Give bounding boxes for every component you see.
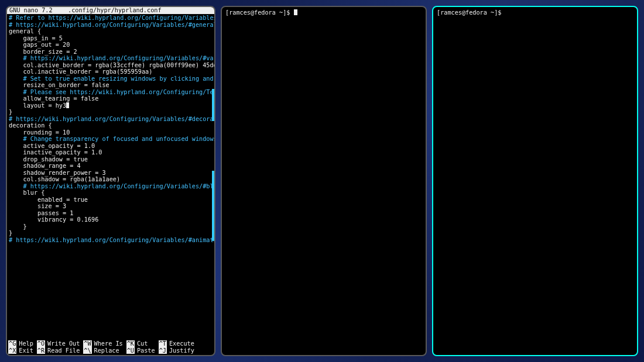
editor-text: # Refer to https://wiki.hyprland.org/Con… (9, 15, 214, 21)
editor-line[interactable]: gaps_in = 5 (9, 35, 213, 42)
nano-shortcut-bar: ^GHelp^OWrite Out^WWhere Is^KCut^TExecut… (7, 340, 214, 355)
shortcut-label: Justify (169, 347, 194, 354)
editor-text: } (9, 109, 12, 115)
editor-text: drop_shadow = true (9, 156, 88, 163)
shortcut-label: Where Is (94, 340, 123, 347)
shortcut-item: ^UPaste (126, 347, 155, 354)
shortcut-item: ^OWrite Out (37, 340, 80, 347)
shortcut-item: ^KCut (126, 340, 155, 347)
shortcut-item: ^GHelp (8, 340, 33, 347)
shortcut-item: ^XExit (8, 347, 33, 354)
editor-line[interactable]: border_size = 2 (9, 49, 213, 56)
prompt-text: [ramces@fedora ~]$ (437, 9, 505, 16)
editor-line[interactable]: passes = 1 (9, 210, 213, 217)
editor-line[interactable]: # https://wiki.hyprland.org/Configuring/… (9, 22, 213, 29)
shortcut-label: Write Out (47, 340, 80, 347)
shortcut-label: Replace (94, 347, 119, 354)
scroll-indicator (212, 171, 214, 241)
shortcut-item: ^WWhere Is (83, 340, 122, 347)
shortcut-item: ^RRead File (37, 347, 80, 354)
editor-text: resize_on_border = false (9, 82, 109, 88)
editor-text: # https://wiki.hyprland.org/Configuring/… (9, 22, 214, 28)
terminal-cursor (294, 9, 297, 15)
editor-text: blur { (9, 189, 44, 196)
editor-text: # https://wiki.hyprland.org/Configuring/… (9, 183, 214, 189)
editor-text: gaps_out = 20 (9, 42, 70, 48)
editor-line[interactable]: shadow_range = 4 (9, 163, 213, 170)
editor-line[interactable]: # https://wiki.hyprland.org/Configuring/… (9, 116, 213, 123)
editor-line[interactable]: size = 3 (9, 203, 213, 210)
editor-line[interactable]: } (9, 109, 213, 116)
editor-line[interactable]: # https://wiki.hyprland.org/Configuring/… (9, 237, 213, 244)
editor-text: col.active_border = rgba(33ccffee) rgba(… (9, 62, 214, 68)
shortcut-key: ^X (8, 347, 16, 354)
editor-line[interactable]: vibrancy = 0.1696 (9, 216, 213, 223)
shortcut-item: ^\Replace (83, 347, 122, 354)
editor-line[interactable]: col.shadow = rgba(1a1a1aee) (9, 176, 213, 183)
shortcut-key: ^W (83, 340, 91, 347)
editor-text: # https://wiki.hyprland.org/Configuring/… (9, 237, 214, 243)
shortcut-key: ^J (159, 347, 167, 354)
editor-line[interactable]: enabled = true (9, 196, 213, 204)
editor-line[interactable]: allow_tearing = false (9, 95, 213, 102)
shortcut-item (198, 340, 213, 347)
terminal-prompt-line[interactable]: [ramces@fedora ~]$ (433, 7, 637, 18)
shortcut-key: ^K (126, 340, 135, 347)
editor-line[interactable]: rounding = 10 (9, 129, 213, 136)
editor-line[interactable]: decoration { (9, 122, 213, 129)
terminal-prompt-line[interactable]: [ramces@fedora ~]$ (222, 7, 426, 18)
shortcut-key: ^O (37, 340, 45, 347)
shortcut-key: ^\ (83, 347, 91, 354)
editor-line[interactable]: layout = hy3 (9, 102, 213, 109)
editor-line[interactable]: } (9, 223, 213, 230)
editor-text: # Change transparency of focused and unf… (9, 136, 214, 142)
shortcut-item: ^TExecute (159, 340, 194, 347)
editor-line[interactable]: # https://wiki.hyprland.org/Configuring/… (9, 183, 213, 190)
editor-text: allow_tearing = false (9, 95, 98, 102)
editor-line[interactable]: drop_shadow = true (9, 156, 213, 163)
editor-text: active_opacity = 1.0 (9, 143, 95, 149)
scroll-indicator (212, 89, 214, 121)
prompt-text: [ramces@fedora ~]$ (225, 9, 294, 16)
shortcut-key: ^R (37, 347, 45, 354)
shortcut-label: Help (19, 340, 33, 347)
editor-line[interactable]: col.inactive_border = rgba(595959aa) (9, 68, 213, 75)
editor-line[interactable]: # https://wiki.hyprland.org/Configuring/… (9, 55, 213, 62)
editor-text: inactive_opacity = 1.0 (9, 149, 102, 156)
shortcut-label: Paste (137, 347, 155, 354)
editor-line[interactable]: active_opacity = 1.0 (9, 143, 213, 150)
terminal-window-middle[interactable]: [ramces@fedora ~]$ (221, 6, 427, 356)
editor-text: general { (9, 28, 41, 35)
editor-line[interactable]: shadow_render_power = 3 (9, 170, 213, 177)
editor-line[interactable]: gaps_out = 20 (9, 42, 213, 49)
editor-line[interactable]: general { (9, 28, 213, 35)
editor-line[interactable]: # Set to true enable resizing windows by… (9, 75, 213, 82)
editor-cursor (66, 102, 69, 108)
nano-header: GNU nano 7.2 .config/hypr/hyprland.conf (7, 7, 214, 14)
shortcut-key: ^G (8, 340, 16, 347)
nano-editor[interactable]: GNU nano 7.2 .config/hypr/hyprland.conf … (7, 7, 214, 355)
editor-line[interactable]: # Refer to https://wiki.hyprland.org/Con… (9, 15, 213, 22)
editor-text: layout = hy3 (9, 102, 66, 109)
editor-line[interactable]: inactive_opacity = 1.0 (9, 149, 213, 156)
nano-editor-window[interactable]: GNU nano 7.2 .config/hypr/hyprland.conf … (6, 6, 215, 356)
shortcut-label: Execute (169, 340, 194, 347)
nano-file-path: .config/hypr/hyprland.conf (18, 7, 212, 14)
editor-text: shadow_range = 4 (9, 163, 81, 169)
terminal-window-right[interactable]: [ramces@fedora ~]$ (432, 6, 638, 356)
editor-text: vibrancy = 0.1696 (9, 216, 98, 223)
nano-text-area[interactable]: # Refer to https://wiki.hyprland.org/Con… (7, 14, 214, 340)
shortcut-label: Cut (137, 340, 148, 347)
editor-line[interactable]: # Please see https://wiki.hyprland.org/C… (9, 89, 213, 96)
editor-text: decoration { (9, 122, 52, 129)
shortcut-item (198, 347, 213, 354)
editor-line[interactable]: col.active_border = rgba(33ccffee) rgba(… (9, 62, 213, 69)
editor-line[interactable]: blur { (9, 189, 213, 196)
editor-text: } (9, 223, 27, 230)
editor-line[interactable]: } (9, 230, 213, 237)
editor-line[interactable]: resize_on_border = false (9, 82, 213, 89)
shortcut-item: ^JJustify (159, 347, 194, 354)
editor-line[interactable]: # Change transparency of focused and unf… (9, 136, 213, 143)
editor-text: # Please see https://wiki.hyprland.org/C… (9, 89, 214, 95)
editor-text: rounding = 10 (9, 129, 70, 136)
